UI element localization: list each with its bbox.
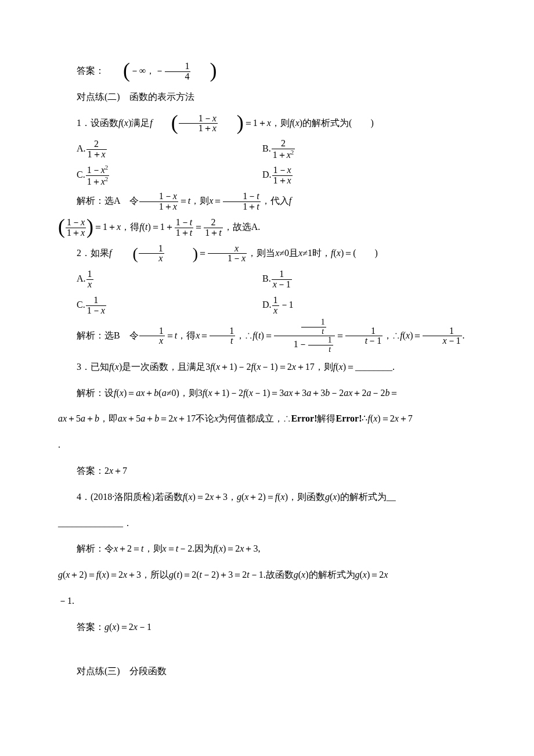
- q4-blank: ______________．: [58, 510, 476, 537]
- q1-choice-d: D.1－x1＋x: [262, 162, 476, 188]
- q1-choices-row1: A.21＋x B.21＋x2: [77, 136, 476, 162]
- neg-inf: －∞，: [130, 66, 155, 75]
- q2-choice-a: A.1x: [77, 266, 262, 292]
- q1-choices-row2: C.1－x21＋x2 D.1－x1＋x: [77, 162, 476, 188]
- lparen-icon: (: [114, 246, 138, 261]
- lparen-icon: (: [153, 114, 178, 131]
- q2-stem: 2．如果f (1x )＝x1－x，则当x≠0且x≠1时，f(x)＝( ): [58, 240, 476, 267]
- q3-stem: 3．已知f(x)是一次函数，且满足3f(x＋1)－2f(x－1)＝2x＋17，则…: [58, 354, 476, 380]
- frac: 1－x1＋x: [179, 114, 218, 134]
- q1-solution-line1: 解析：选A 令1－x1＋x＝t，则x＝1－t1＋t，代入f: [58, 188, 476, 214]
- q1-solution-line2: (1－x1＋x)＝1＋x，得f(t)＝1＋1－t1＋t＝21＋t，故选A.: [58, 214, 476, 240]
- section-2-title: 对点练(二) 函数的表示方法: [58, 84, 476, 110]
- nested-frac: 1t1－1t: [274, 318, 335, 354]
- q3-solution-line1: 解析：设f(x)＝ax＋b(a≠0)，则3f(x＋1)－2f(x－1)＝3ax＋…: [58, 380, 476, 406]
- answer-label: 答案：: [77, 66, 104, 75]
- q2-solution: 解析：选B 令1x＝t，得x＝1t，∴f(t)＝1t1－1t＝1t－1，∴f(x…: [58, 318, 476, 354]
- neg-sign: －: [155, 66, 164, 75]
- rparen-icon: ): [86, 218, 93, 235]
- lparen-icon: (: [58, 218, 65, 235]
- q2-choice-c: C.11－x: [77, 292, 262, 318]
- frac-1-4: 14: [165, 62, 190, 82]
- answer-0: 答案：(－∞，－14): [58, 58, 476, 84]
- section-3-title: 对点练(三) 分段函数: [58, 658, 476, 685]
- rparen-icon: ): [191, 62, 217, 79]
- q2-choice-b: B.1x－1: [262, 266, 476, 292]
- q2-choice-d: D.1x－1: [262, 292, 476, 318]
- q1-choice-a: A.21＋x: [77, 136, 262, 162]
- q3-solution-dot: .: [58, 432, 476, 458]
- lparen-icon: (: [104, 62, 130, 79]
- q2-choices-row1: A.1x B.1x－1: [77, 266, 476, 292]
- q4-stem: 4．(2018·洛阳质检)若函数f(x)＝2x＋3，g(x＋2)＝f(x)，则函…: [58, 484, 476, 510]
- q4-answer: 答案：g(x)＝2x－1: [58, 614, 476, 640]
- q4-solution-line3: －1.: [58, 588, 476, 614]
- q3-answer: 答案：2x＋7: [58, 458, 476, 484]
- q1-choice-c: C.1－x21＋x2: [77, 162, 262, 188]
- q4-solution-line1: 解析：令x＋2＝t，则x＝t－2.因为f(x)＝2x＋3,: [58, 536, 476, 562]
- spacer: [58, 640, 476, 658]
- q2-choices-row2: C.11－x D.1x－1: [77, 292, 476, 318]
- rparen-icon: ): [174, 246, 198, 261]
- q4-solution-line2: g(x＋2)＝f(x)＝2x＋3，所以g(t)＝2(t－2)＋3＝2t－1.故函…: [58, 562, 476, 588]
- q1-choice-b: B.21＋x2: [262, 136, 476, 162]
- rparen-icon: ): [218, 114, 244, 131]
- q1-stem: 1．设函数f(x)满足f(1－x1＋x)＝1＋x，则f(x)的解析式为( ): [58, 110, 476, 136]
- q3-solution-line2: ax＋5a＋b，即ax＋5a＋b＝2x＋17不论x为何值都成立，∴Error!解…: [58, 406, 476, 432]
- page: 答案：(－∞，－14) 对点练(二) 函数的表示方法 1．设函数f(x)满足f(…: [0, 0, 534, 719]
